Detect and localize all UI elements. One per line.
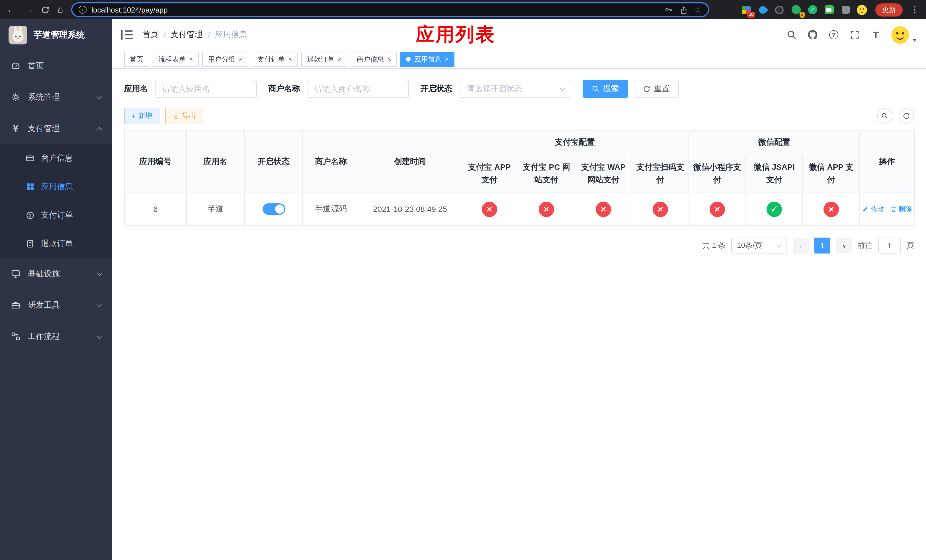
delete-link[interactable]: 删除 xyxy=(890,204,912,214)
navbar-actions: ? T xyxy=(786,26,917,44)
reset-button[interactable]: 重置 xyxy=(634,80,679,98)
status-toggle[interactable] xyxy=(262,203,285,215)
browser-menu-icon[interactable]: ⋮ xyxy=(911,5,919,15)
user-avatar-menu[interactable] xyxy=(891,26,917,44)
tag-process-form[interactable]: 流程表单 × xyxy=(153,52,199,67)
breadcrumb-payment[interactable]: 支付管理 xyxy=(171,30,203,40)
goto-page-input[interactable] xyxy=(878,238,901,254)
wechat-app-status-icon: × xyxy=(823,201,839,217)
extension-grid-icon[interactable]: 10 xyxy=(741,4,752,15)
page-size-select[interactable]: 10条/页 xyxy=(731,238,787,254)
breadcrumb-home[interactable]: 首页 xyxy=(142,30,158,40)
sidebar-collapse-icon[interactable] xyxy=(121,30,133,40)
yen-icon: ¥ xyxy=(11,124,21,133)
add-button[interactable]: + 新增 xyxy=(124,107,159,124)
tab-close-icon[interactable]: × xyxy=(387,56,391,63)
tab-close-icon[interactable]: × xyxy=(338,56,342,63)
tab-close-icon[interactable]: × xyxy=(189,56,193,63)
tag-app-info-active[interactable]: 应用信息 × xyxy=(400,52,454,67)
edit-link-label: 修改 xyxy=(870,204,884,214)
toggle-search-button[interactable] xyxy=(877,108,893,124)
search-icon[interactable] xyxy=(786,29,797,41)
extension-check-icon[interactable]: ✓ xyxy=(807,4,818,15)
sidebar-item-system[interactable]: 系统管理 xyxy=(0,82,112,113)
chevron-down-icon xyxy=(97,94,102,99)
sidebar-item-pay-order[interactable]: 支付订单 xyxy=(0,201,112,230)
extension-avatar-icon[interactable]: 1 xyxy=(790,4,801,15)
extension-puzzle-icon[interactable] xyxy=(840,4,851,15)
sidebar-item-workflow[interactable]: 工作流程 xyxy=(0,321,112,352)
col-wechat-app: 微信 APP 支付 xyxy=(803,154,859,193)
browser-reload-icon[interactable] xyxy=(41,5,50,14)
font-size-icon[interactable]: T xyxy=(870,29,882,41)
refresh-button[interactable] xyxy=(899,108,914,124)
extension-dark-circle-icon[interactable] xyxy=(774,4,785,15)
sidebar-item-app-info[interactable]: 应用信息 xyxy=(0,173,112,201)
tag-refund-order[interactable]: 退款订单 × xyxy=(301,52,347,67)
browser-home-icon[interactable]: ⌂ xyxy=(57,5,63,14)
tag-label: 商户信息 xyxy=(357,54,384,64)
sidebar-item-home[interactable]: 首页 xyxy=(0,50,112,82)
sidebar-item-payment[interactable]: ¥ 支付管理 xyxy=(0,113,112,144)
extensions-area: 10 1 ✓ xyxy=(741,4,867,15)
sidebar-item-refund-order[interactable]: 退款订单 xyxy=(0,230,112,258)
app-table: 应用编号 应用名 开启状态 商户名称 创建时间 支付宝配置 微信配置 操作 支付… xyxy=(124,130,915,226)
payment-submenu: 商户信息 应用信息 xyxy=(0,144,112,258)
app-name-label: 应用名 xyxy=(124,84,148,94)
col-alipay-app: 支付宝 APP 支付 xyxy=(461,154,518,193)
fullscreen-icon[interactable] xyxy=(849,29,861,41)
sidebar-item-infra[interactable]: 基础设施 xyxy=(0,258,112,289)
tab-close-icon[interactable]: × xyxy=(239,56,243,63)
search-button[interactable]: 搜索 xyxy=(583,80,628,98)
help-icon[interactable]: ? xyxy=(828,29,840,41)
top-navbar: 首页 / 支付管理 / 应用信息 应用列表 xyxy=(112,20,926,50)
tab-close-icon[interactable]: × xyxy=(445,56,449,63)
tag-label: 首页 xyxy=(130,54,144,64)
status-label: 开启状态 xyxy=(420,84,452,94)
sidebar-item-merchant-info[interactable]: 商户信息 xyxy=(0,144,112,173)
chevron-down-icon xyxy=(97,301,102,307)
browser-forward-icon[interactable]: → xyxy=(24,5,33,14)
sidebar-item-label: 首页 xyxy=(28,61,44,71)
tag-label: 支付订单 xyxy=(257,54,285,64)
github-icon[interactable] xyxy=(807,29,819,41)
site-info-icon[interactable]: i xyxy=(78,6,86,14)
address-bar[interactable]: i localhost:1024/pay/app ☆ xyxy=(71,2,709,17)
password-key-icon[interactable] xyxy=(664,5,673,14)
extension-chat-icon[interactable] xyxy=(823,4,834,15)
reset-button-label: 重置 xyxy=(654,84,670,94)
export-button[interactable]: 导出 xyxy=(165,107,203,124)
current-page-button[interactable]: 1 xyxy=(814,238,830,254)
browser-update-button[interactable]: 更新 xyxy=(875,3,903,16)
table-row: 6 芋道 芋道源码 2021-10-23 08:49:25 × × × × × … xyxy=(124,193,914,225)
share-icon[interactable] xyxy=(679,5,688,14)
tag-home[interactable]: 首页 xyxy=(124,52,149,67)
col-alipay-pc: 支付宝 PC 网站支付 xyxy=(518,154,575,193)
url-text: localhost:1024/pay/app xyxy=(91,5,168,14)
merchant-name-input[interactable] xyxy=(307,80,409,98)
sidebar-item-label: 退款订单 xyxy=(41,239,73,249)
tag-merchant-info[interactable]: 商户信息 × xyxy=(351,52,397,67)
grid-icon xyxy=(26,182,35,191)
col-merchant: 商户名称 xyxy=(303,131,359,193)
group-wechat-config: 微信配置 xyxy=(689,131,859,154)
tab-close-icon[interactable]: × xyxy=(288,56,292,63)
tag-user-group[interactable]: 用户分组 × xyxy=(202,52,248,67)
status-select[interactable]: 请选择开启状态 xyxy=(460,80,571,98)
app-logo: 芋道管理系统 xyxy=(0,20,112,50)
logo-image xyxy=(9,25,27,44)
prev-page-button[interactable]: ‹ xyxy=(793,238,809,254)
goto-prefix-label: 前往 xyxy=(858,241,873,251)
profile-emoji-icon[interactable] xyxy=(856,4,867,15)
app-name-input[interactable] xyxy=(156,80,257,98)
tag-pay-order[interactable]: 支付订单 × xyxy=(252,52,298,67)
plus-icon: + xyxy=(132,112,136,120)
browser-back-icon[interactable]: ← xyxy=(7,5,16,14)
edit-link[interactable]: 修改 xyxy=(862,204,884,214)
chevron-down-icon xyxy=(560,85,565,91)
next-page-button[interactable]: › xyxy=(836,238,852,254)
bookmark-star-icon[interactable]: ☆ xyxy=(694,5,701,14)
extension-drop-icon[interactable] xyxy=(757,4,768,15)
credit-card-icon xyxy=(26,154,35,163)
sidebar-item-devtools[interactable]: 研发工具 xyxy=(0,289,112,321)
